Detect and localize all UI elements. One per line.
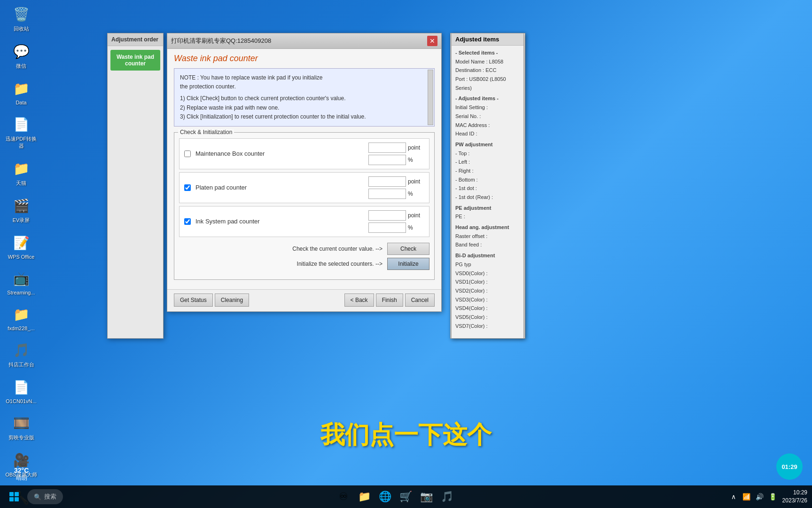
pw-adj-section: PW adjustment — [455, 140, 520, 149]
notes-step2: 2) Replace waste ink pad with new one. — [180, 103, 429, 112]
mac-address-line: MAC Address : — [455, 121, 520, 130]
main-dialog-content: Waste ink pad counter NOTE : You have to… — [167, 49, 441, 289]
initialize-button[interactable]: Initialize — [387, 258, 429, 270]
platen-counter-checkbox[interactable] — [184, 184, 191, 191]
tray-volume-icon[interactable]: 🔊 — [754, 491, 765, 502]
adjusted-items-panel: Adjusted items - Selected items - Model … — [451, 33, 524, 339]
vsd2-line: VSD2(Color) : — [455, 286, 520, 295]
taskbar-icon-loop[interactable]: ♾ — [335, 488, 352, 505]
taskbar-icon-photo[interactable]: 📷 — [418, 488, 435, 505]
taskbar-time: 10:29 — [782, 489, 807, 497]
taskbar-center: ♾ 📁 🌐 🛒 📷 🎵 — [63, 488, 728, 505]
check-button[interactable]: Check — [387, 243, 429, 255]
pdf-icon: 📄 — [12, 115, 31, 134]
maintenance-point-input[interactable] — [368, 143, 406, 153]
desktop-icon-wps-label: WPS Office — [8, 254, 35, 260]
bid-adj-section: Bi-D adjustment — [455, 251, 520, 260]
start-button[interactable] — [5, 488, 23, 505]
pw-left-line: - Left : — [455, 158, 520, 167]
weather-condition: 晴朗 — [16, 474, 27, 482]
taskbar-search[interactable]: 🔍 搜索 — [27, 489, 63, 504]
desktop-icon-tianmao[interactable]: 📁 天猫 — [5, 159, 38, 187]
inksystem-counter-row: Ink System pad counter point % — [179, 206, 429, 237]
desktop-icon-file01[interactable]: 📄 O1CN01vN... — [5, 378, 38, 404]
desktop-icon-recycle[interactable]: 🗑️ 回收站 — [5, 5, 38, 32]
dialog-main-title: Waste ink pad counter — [174, 54, 435, 64]
taskbar-icon-browser[interactable]: 🌐 — [376, 488, 393, 505]
inksystem-percent-input[interactable] — [368, 222, 406, 233]
taskbar-icon-store[interactable]: 🛒 — [397, 488, 414, 505]
tray-arrow-icon[interactable]: ∧ — [728, 491, 739, 502]
adjusted-items-content: - Selected items - Model Name : L8058 De… — [452, 46, 523, 333]
search-placeholder: 搜索 — [44, 492, 56, 501]
main-dialog-close-button[interactable]: ✕ — [427, 36, 437, 46]
maintenance-percent-row: % — [368, 155, 424, 165]
tray-network-icon[interactable]: 📶 — [741, 491, 752, 502]
wps-icon: 📝 — [12, 233, 31, 252]
adjustment-order-header: Adjustment order — [108, 33, 163, 46]
desktop-icon-wechat[interactable]: 💬 微信 — [5, 42, 38, 70]
taskbar-clock[interactable]: 10:29 2023/7/26 — [782, 489, 807, 505]
inksystem-counter-inputs: point % — [368, 210, 424, 233]
desktop-icon-evrecorder[interactable]: 🎬 EV录屏 — [5, 196, 38, 224]
check-action-row: Check the current counter value. --> Che… — [179, 243, 429, 255]
desktop-icon-streaming[interactable]: 📺 Streaming... — [5, 269, 38, 295]
taskbar-icon-folder[interactable]: 📁 — [356, 488, 373, 505]
inksystem-counter-label: Ink System pad counter — [195, 218, 364, 225]
desktop-icon-fxdm[interactable]: 📁 fxdm228_... — [5, 305, 38, 331]
finish-button[interactable]: Finish — [376, 294, 403, 307]
pe-line: PE : — [455, 212, 520, 221]
platen-counter-row: Platen pad counter point % — [179, 172, 429, 203]
desktop-icon-fxdm-label: fxdm228_... — [8, 325, 34, 331]
check-init-legend: Check & Initialization — [178, 129, 234, 135]
notes-scrollbar[interactable] — [428, 70, 433, 125]
band-feed-line: Band feed : — [455, 240, 520, 249]
get-status-button[interactable]: Get Status — [174, 294, 213, 307]
cancel-button[interactable]: Cancel — [405, 294, 435, 307]
tianmao-icon: 📁 — [12, 159, 31, 178]
platen-point-input[interactable] — [368, 176, 406, 187]
inksystem-point-unit: point — [408, 212, 424, 219]
clock-time: 01:29 — [781, 463, 797, 470]
vsd7-line: VSD7(Color) : — [455, 322, 520, 331]
waste-ink-pad-counter-item[interactable]: Waste ink pad counter — [110, 50, 160, 71]
maintenance-point-row: point — [368, 143, 424, 153]
back-button[interactable]: < Back — [344, 294, 374, 307]
desktop-icon-evrecorder-label: EV录屏 — [13, 217, 30, 224]
selected-items-section: - Selected items - — [455, 48, 520, 57]
vsd5-line: VSD5(Color) : — [455, 313, 520, 322]
maintenance-percent-input[interactable] — [368, 155, 406, 165]
desktop-icon-pdf-label: 迅速PDF转换器 — [5, 135, 38, 150]
inksystem-counter-checkbox[interactable] — [184, 218, 191, 225]
desktop-icon-tianmao-label: 天猫 — [16, 180, 26, 187]
platen-percent-input[interactable] — [368, 189, 406, 199]
search-icon: 🔍 — [34, 493, 41, 500]
taskbar: 🔍 搜索 ♾ 📁 🌐 🛒 📷 🎵 ∧ 📶 🔊 🔋 10:29 2023/7/26 — [0, 485, 812, 508]
platen-percent-unit: % — [408, 190, 424, 197]
tray-battery-icon[interactable]: 🔋 — [767, 491, 779, 502]
desktop-icon-douyin-label: 抖店工作台 — [8, 361, 34, 368]
desktop-icon-douyin[interactable]: 🎵 抖店工作台 — [5, 341, 38, 368]
taskbar-icon-media[interactable]: 🎵 — [438, 488, 455, 505]
subtitle-text: 我们点一下这个 — [320, 419, 492, 452]
desktop-icon-file01-label: O1CN01vN... — [6, 398, 36, 404]
clock-badge: 01:29 — [776, 453, 803, 480]
maintenance-point-unit: point — [408, 144, 424, 151]
notes-line2: the protection counter. — [180, 82, 429, 91]
cleaning-button[interactable]: Cleaning — [215, 294, 249, 307]
adjusted-items-section: - Adjusted items - — [455, 94, 520, 103]
desktop-icon-jianying[interactable]: 🎞️ 剪映专业版 — [5, 413, 38, 441]
desktop-icon-pdf[interactable]: 📄 迅速PDF转换器 — [5, 115, 38, 150]
desktop-icon-wps[interactable]: 📝 WPS Office — [5, 233, 38, 260]
desktop-icon-wechat-label: 微信 — [16, 63, 26, 70]
port-line: Port : USB002 (L8050 — [455, 75, 520, 84]
pw-bottom-line: - Bottom : — [455, 175, 520, 184]
desktop: 🗑️ 回收站 💬 微信 📁 Data 📄 迅速PDF转换器 📁 天猫 🎬 EV录… — [0, 0, 812, 508]
desktop-icon-data[interactable]: 📁 Data — [5, 79, 38, 105]
maintenance-counter-checkbox[interactable] — [184, 151, 191, 157]
folder-data-icon: 📁 — [12, 79, 31, 98]
pe-adj-section: PE adjustment — [455, 204, 520, 213]
adjusted-items-header: Adjusted items — [452, 33, 523, 46]
pw-right-line: - Right : — [455, 167, 520, 175]
inksystem-point-input[interactable] — [368, 210, 406, 221]
